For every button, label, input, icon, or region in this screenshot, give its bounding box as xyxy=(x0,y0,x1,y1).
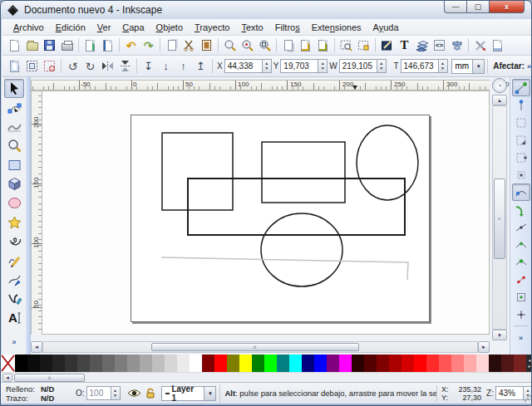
menu-trayecto[interactable]: Trayecto xyxy=(189,21,235,34)
cut-button[interactable] xyxy=(180,37,198,54)
text-dialog-button[interactable]: T xyxy=(396,37,413,54)
snap-midpoints-button[interactable] xyxy=(512,271,530,288)
opacity-input[interactable]: 100 xyxy=(86,386,111,400)
palette-swatch[interactable] xyxy=(165,355,177,372)
snap-nodes-button[interactable] xyxy=(512,183,530,201)
palette-swatch[interactable] xyxy=(252,355,264,372)
vertical-scrollbar[interactable]: ≡ xyxy=(492,105,507,330)
width-stepper[interactable]: ▲▼ xyxy=(377,59,387,73)
palette-swatch[interactable] xyxy=(190,355,202,372)
horizontal-scrollbar[interactable]: ≡ xyxy=(42,341,478,353)
menu-capa[interactable]: Capa xyxy=(116,21,150,34)
save-button[interactable] xyxy=(41,37,58,54)
snap-bbox-edge-midpoints-button[interactable] xyxy=(512,149,530,166)
palette-swatch[interactable] xyxy=(239,355,252,372)
zoom-input[interactable]: 43% xyxy=(495,386,524,400)
maximize-button[interactable]: ▢ xyxy=(467,1,490,13)
align-dialog-button[interactable] xyxy=(448,37,466,54)
palette-swatch[interactable] xyxy=(27,355,40,372)
resize-grip[interactable] xyxy=(524,394,531,402)
snap-cusp-nodes-button[interactable] xyxy=(512,236,530,253)
palette-swatch[interactable] xyxy=(489,355,501,372)
drawing-rectangle-1[interactable] xyxy=(162,133,233,210)
snap-bbox-centers-button[interactable] xyxy=(512,166,530,183)
export-button[interactable] xyxy=(99,37,116,54)
rotate-ccw-button[interactable]: ↺ xyxy=(64,57,81,75)
palette-swatch[interactable] xyxy=(302,355,314,372)
y-input[interactable]: 19,703 xyxy=(280,59,318,73)
menu-ayuda[interactable]: Ayuda xyxy=(367,21,405,34)
palette-swatch[interactable] xyxy=(476,355,489,372)
tool-ellipse[interactable] xyxy=(4,193,24,213)
drawing-rectangle-2[interactable] xyxy=(262,142,345,203)
layer-lock-icon[interactable] xyxy=(145,388,156,399)
raise-button[interactable]: ↑ xyxy=(175,57,192,75)
width-input[interactable]: 219,105 xyxy=(339,59,377,73)
y-stepper[interactable]: ▲▼ xyxy=(318,59,328,73)
palette-swatch[interactable] xyxy=(339,355,352,372)
tool-node-editor[interactable] xyxy=(4,98,24,117)
palette-swatch[interactable] xyxy=(277,355,289,372)
document-properties-button[interactable] xyxy=(489,37,506,54)
print-button[interactable] xyxy=(58,37,76,54)
palette-swatch[interactable] xyxy=(426,355,439,372)
snap-path-intersections-button[interactable] xyxy=(512,218,530,236)
palette-scrollbar[interactable]: ◄ ≡ xyxy=(1,372,532,382)
layer-visibility-eye-icon[interactable] xyxy=(127,388,141,399)
vertical-scroll-thumb[interactable]: ≡ xyxy=(494,179,505,259)
xml-editor-button[interactable]: <> xyxy=(431,37,448,54)
select-all-button[interactable] xyxy=(6,57,23,75)
menu-ver[interactable]: Ver xyxy=(91,21,117,34)
units-select[interactable]: mm xyxy=(451,59,474,74)
import-button[interactable] xyxy=(81,37,99,54)
palette-swatch[interactable] xyxy=(364,355,377,372)
toolbox-overflow[interactable]: » xyxy=(4,332,24,351)
palette-swatch[interactable] xyxy=(451,355,464,372)
palette-swatch[interactable] xyxy=(127,355,140,372)
layer-dropdown-arrow[interactable]: ▼ xyxy=(204,386,216,401)
tool-text[interactable]: A xyxy=(4,308,24,327)
snap-enable-button[interactable] xyxy=(512,79,530,96)
redo-button[interactable]: ↷ xyxy=(140,37,157,54)
close-button[interactable]: x xyxy=(490,1,525,13)
menu-texto[interactable]: Texto xyxy=(235,21,268,34)
duplicate-button[interactable] xyxy=(279,37,297,54)
rotate-cw-button[interactable]: ↻ xyxy=(81,57,99,75)
palette-swatch[interactable] xyxy=(501,355,514,372)
lower-button[interactable]: ↓ xyxy=(157,57,175,75)
lock-ratio-icon[interactable] xyxy=(388,60,391,72)
copy-button[interactable] xyxy=(163,37,180,54)
scroll-right-button[interactable]: ► xyxy=(478,341,490,353)
flip-horizontal-button[interactable] xyxy=(99,57,116,75)
menu-filtros[interactable]: Filtros xyxy=(269,21,306,34)
palette-swatch[interactable] xyxy=(314,355,327,372)
tool-3dbox[interactable] xyxy=(4,174,24,193)
fill-value[interactable]: N/D xyxy=(41,384,62,394)
title-bar[interactable]: Documento nuevo 4 - Inkscape — ▢ x xyxy=(1,1,531,19)
drawing-ellipse-2[interactable] xyxy=(261,213,342,286)
tool-selector[interactable] xyxy=(4,79,24,98)
palette-swatch[interactable] xyxy=(102,355,115,372)
menu-edición[interactable]: Edición xyxy=(50,21,91,34)
toolbar-overflow-chevron[interactable]: » xyxy=(527,62,531,71)
palette-swatch[interactable] xyxy=(514,355,526,372)
stroke-value[interactable]: N/D xyxy=(41,394,62,403)
preferences-button[interactable] xyxy=(471,37,489,54)
x-stepper[interactable]: ▲▼ xyxy=(263,59,272,73)
minimize-button[interactable]: — xyxy=(444,1,467,13)
snap-bbox-edges-button[interactable] xyxy=(512,114,530,131)
flip-vertical-button[interactable] xyxy=(116,57,134,75)
deselect-button[interactable] xyxy=(41,57,58,75)
palette-swatch[interactable] xyxy=(77,355,90,372)
palette-swatch[interactable] xyxy=(140,355,152,372)
palette-swatch[interactable] xyxy=(90,355,102,372)
paste-button[interactable] xyxy=(198,37,215,54)
ruler-corner-button[interactable]: ◔ xyxy=(492,78,507,93)
palette-swatch[interactable] xyxy=(352,355,364,372)
tool-pen[interactable] xyxy=(4,270,24,289)
find-button[interactable] xyxy=(337,37,355,54)
fill-stroke-dialog-button[interactable] xyxy=(378,37,396,54)
zoom-selection-button[interactable] xyxy=(221,37,239,54)
palette-swatch[interactable] xyxy=(115,355,127,372)
snapbar-overflow[interactable]: » xyxy=(512,329,530,346)
